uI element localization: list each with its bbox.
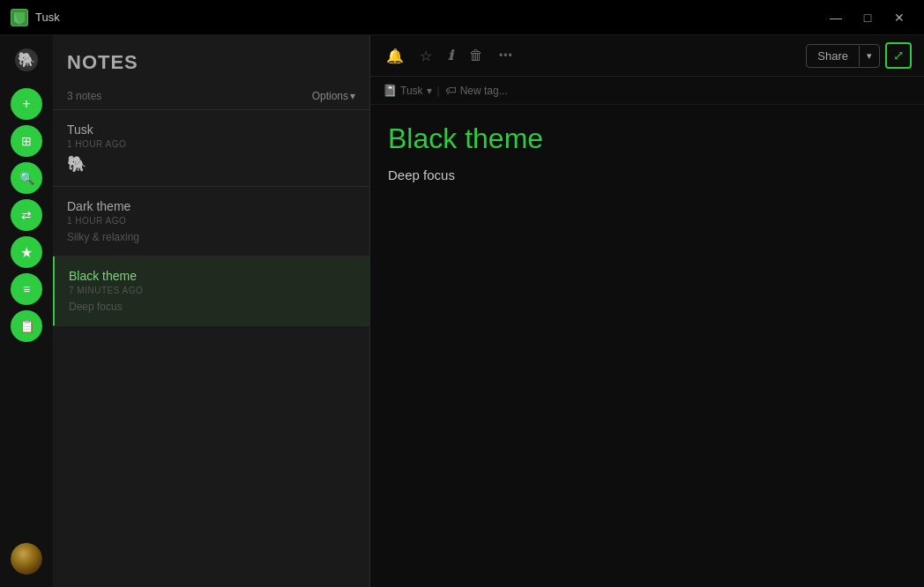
share-button[interactable]: Share [807, 45, 859, 67]
options-button[interactable]: Options ▾ [312, 90, 355, 102]
share-button-group: Share ▾ [806, 44, 880, 68]
app-logo-icon [11, 9, 28, 26]
evernote-icon: 🐘 [14, 48, 39, 72]
starred-button[interactable]: ★ [11, 236, 42, 268]
notes-meta: 3 notes Options ▾ [53, 83, 369, 110]
notes-panel-title: NOTES [67, 51, 355, 74]
trash-icon[interactable]: 🗑 [466, 44, 487, 67]
note-title: Black theme [69, 269, 355, 283]
editor-toolbar: 🔔 ☆ ℹ 🗑 ••• Share ▾ ⤢ [370, 35, 924, 77]
search-icon: 🔍 [19, 171, 34, 185]
notes-list-button[interactable]: ≡ [11, 273, 42, 305]
note-item-tusk[interactable]: Tusk 1 HOUR AGO 🐘 [53, 110, 369, 187]
tag-icon: 🏷 [445, 84, 457, 97]
user-avatar[interactable] [11, 543, 42, 575]
notes-header: NOTES [53, 35, 369, 83]
notes-list: Tusk 1 HOUR AGO 🐘 Dark theme 1 HOUR AGO … [53, 110, 369, 587]
note-title: Tusk [67, 123, 355, 137]
note-time: 7 MINUTES AGO [69, 286, 355, 295]
editor-panel: 🔔 ☆ ℹ 🗑 ••• Share ▾ ⤢ 📓 Tusk ▾ [370, 35, 924, 587]
evernote-logo[interactable]: 🐘 [11, 44, 42, 76]
options-arrow-icon: ▾ [350, 90, 355, 102]
share-dropdown-button[interactable]: ▾ [859, 46, 879, 66]
toolbar-right: Share ▾ ⤢ [806, 42, 912, 69]
shortcuts-button[interactable]: ⇄ [11, 199, 42, 231]
sidebar: 🐘 + ⊞ 🔍 ⇄ ★ ≡ 📋 [0, 35, 53, 587]
new-notebook-button[interactable]: ⊞ [11, 125, 42, 157]
info-icon[interactable]: ℹ [444, 44, 457, 67]
plus-icon: + [22, 96, 30, 112]
options-label: Options [312, 90, 348, 102]
expand-icon: ⤢ [893, 48, 905, 63]
expand-button[interactable]: ⤢ [885, 42, 912, 69]
minimize-button[interactable]: — [822, 4, 850, 32]
breadcrumb-separator: | [437, 85, 440, 97]
notebook-breadcrumb[interactable]: 📓 Tusk ▾ [383, 84, 432, 97]
note-title: Dark theme [67, 199, 355, 213]
note-breadcrumb: 📓 Tusk ▾ | 🏷 New tag... [370, 77, 924, 105]
titlebar-left: Tusk [11, 9, 60, 26]
note-preview: Silky & relaxing [67, 231, 355, 243]
alarm-icon[interactable]: 🔔 [383, 44, 407, 68]
tag-label: New tag... [460, 85, 508, 97]
tag-breadcrumb[interactable]: 🏷 New tag... [445, 84, 508, 97]
svg-text:🐘: 🐘 [18, 51, 35, 68]
notebook-arrow-icon: ▾ [427, 85, 432, 97]
note-body-text: Deep focus [388, 167, 906, 182]
search-button[interactable]: 🔍 [11, 162, 42, 194]
new-note-button[interactable]: + [11, 88, 42, 120]
notes-count: 3 notes [67, 90, 101, 102]
main-layout: 🐘 + ⊞ 🔍 ⇄ ★ ≡ 📋 [0, 35, 924, 587]
close-button[interactable]: ✕ [885, 4, 913, 32]
note-time: 1 HOUR AGO [67, 216, 355, 226]
notebook-label: Tusk [400, 85, 423, 97]
notebook-icon: 📓 [383, 84, 397, 97]
toolbar-left: 🔔 ☆ ℹ 🗑 ••• [383, 44, 517, 68]
note-item-dark[interactable]: Dark theme 1 HOUR AGO Silky & relaxing [53, 187, 369, 256]
avatar-image [11, 543, 42, 575]
app-title: Tusk [35, 11, 60, 24]
list-icon: ≡ [23, 282, 30, 296]
note-heading: Black theme [388, 123, 906, 155]
editor-content[interactable]: Black theme Deep focus [370, 105, 924, 587]
notebooks-icon: 📋 [19, 319, 34, 333]
shortcuts-icon: ⇄ [21, 208, 32, 222]
star-toolbar-icon[interactable]: ☆ [416, 44, 436, 68]
star-icon: ★ [20, 244, 33, 261]
note-time: 1 HOUR AGO [67, 139, 355, 149]
note-preview: Deep focus [69, 301, 355, 313]
more-options-icon[interactable]: ••• [496, 46, 517, 65]
note-preview-icon: 🐘 [67, 154, 355, 174]
maximize-button[interactable]: □ [853, 4, 882, 32]
notebooks-button[interactable]: 📋 [11, 310, 42, 342]
titlebar: Tusk — □ ✕ [0, 0, 924, 35]
note-item-black[interactable]: Black theme 7 MINUTES AGO Deep focus [53, 256, 369, 326]
notebook-add-icon: ⊞ [21, 134, 32, 148]
notes-panel: NOTES 3 notes Options ▾ Tusk 1 HOUR AGO … [53, 35, 370, 587]
titlebar-controls: — □ ✕ [822, 4, 913, 32]
